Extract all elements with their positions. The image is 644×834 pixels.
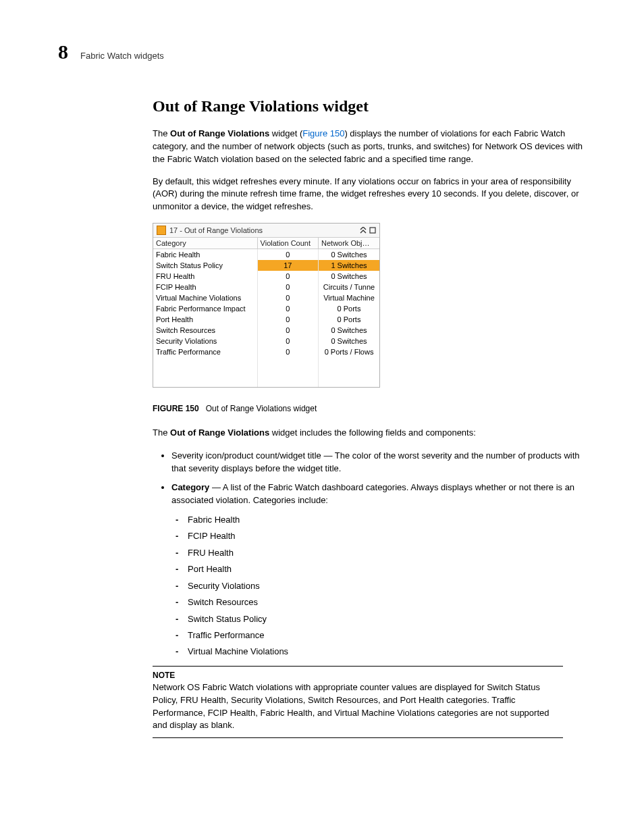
note-label: NOTE	[153, 671, 563, 680]
table-row[interactable]: Fabric Health00 Switches	[153, 249, 379, 261]
figure-link[interactable]: Figure 150	[302, 128, 344, 138]
table-row[interactable]: Fabric Performance Impact00 Ports	[153, 303, 379, 314]
list-item: FCIP Health	[188, 529, 590, 543]
list-item: Security Violations	[188, 579, 590, 593]
list-item: Traffic Performance	[188, 628, 590, 642]
table-row[interactable]: FCIP Health0Circuits / Tunne	[153, 282, 379, 292]
figure-caption: FIGURE 150Out of Range Violations widget	[153, 404, 590, 413]
table-row[interactable]: Traffic Performance00 Ports / Flows	[153, 346, 379, 357]
list-item: Severity icon/product count/widget title…	[171, 449, 590, 475]
table-row[interactable]: Virtual Machine Violations0Virtual Machi…	[153, 292, 379, 303]
maximize-icon[interactable]	[369, 227, 376, 234]
col-category[interactable]: Category	[153, 238, 257, 249]
collapse-icon[interactable]	[359, 227, 367, 234]
note-block: NOTE Network OS Fabric Watch violations …	[153, 666, 563, 738]
page-header: 8 Fabric Watch widgets	[58, 41, 590, 63]
list-item: Virtual Machine Violations	[188, 644, 590, 658]
list-item: Category — A list of the Fabric Watch da…	[171, 481, 590, 659]
note-text: Network OS Fabric Watch violations with …	[153, 681, 563, 732]
header-title: Fabric Watch widgets	[80, 51, 164, 61]
table-row[interactable]: Security Violations00 Switches	[153, 336, 379, 346]
list-item: Switch Status Policy	[188, 612, 590, 626]
table-row[interactable]: Switch Status Policy171 Switches	[153, 260, 379, 271]
intro-paragraph-2: By default, this widget refreshes every …	[153, 176, 590, 214]
widget-title: 17 - Out of Range Violations	[169, 226, 359, 234]
list-item: Port Health	[188, 562, 590, 576]
violations-widget: 17 - Out of Range Violations Category Vi…	[153, 223, 380, 388]
col-network-obj[interactable]: Network Obj…	[319, 238, 379, 249]
components-list: Severity icon/product count/widget title…	[153, 449, 590, 659]
col-violation-count[interactable]: Violation Count	[257, 238, 318, 249]
list-item: Switch Resources	[188, 595, 590, 609]
list-item: Fabric Health	[188, 513, 590, 527]
widget-titlebar: 17 - Out of Range Violations	[153, 224, 379, 238]
severity-icon	[157, 226, 166, 235]
list-item: FRU Health	[188, 546, 590, 560]
components-intro: The Out of Range Violations widget inclu…	[153, 427, 590, 440]
violations-table: Category Violation Count Network Obj… Fa…	[153, 238, 379, 387]
chapter-number: 8	[58, 41, 68, 63]
table-row[interactable]: FRU Health00 Switches	[153, 271, 379, 282]
section-heading: Out of Range Violations widget	[153, 97, 590, 115]
intro-paragraph-1: The Out of Range Violations widget (Figu…	[153, 128, 590, 166]
table-row[interactable]: Switch Resources00 Switches	[153, 325, 379, 336]
svg-rect-0	[370, 228, 375, 233]
table-row[interactable]: Port Health00 Ports	[153, 314, 379, 325]
